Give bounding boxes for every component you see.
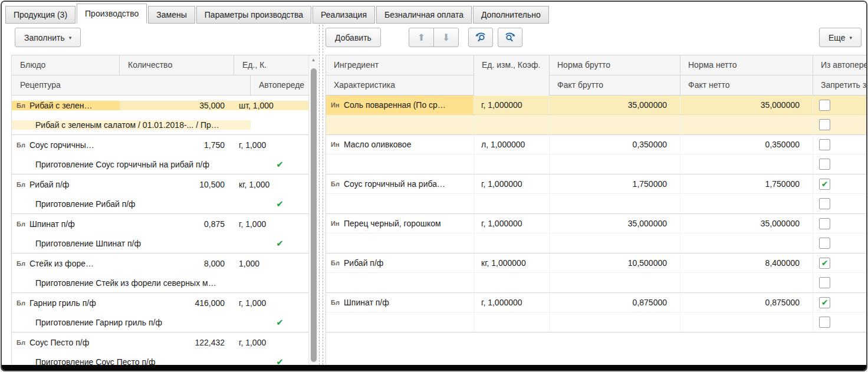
row-type-badge: Бл (12, 260, 29, 267)
scroll-up-icon[interactable]: ▲ (309, 55, 318, 65)
panel-splitter[interactable] (319, 25, 320, 365)
table-subrow[interactable] (326, 194, 866, 213)
forbid-replace-checkbox[interactable] (819, 238, 830, 249)
table-row[interactable]: ИнМасло оливковое л, 1,000000 0,350000 0… (326, 135, 866, 154)
column-header-recipe[interactable]: Рецептура (12, 75, 251, 96)
search-previous-button[interactable] (468, 28, 493, 47)
column-header-gross-norm[interactable]: Норма брутто (550, 55, 680, 75)
dish-recipe: Приготовление Стейк из форели северных м… (12, 278, 251, 288)
gross-norm-value: 35,000000 (550, 96, 680, 114)
dish-quantity: 416,000 (120, 298, 234, 308)
ingredient-characteristic (326, 115, 474, 134)
vertical-scrollbar[interactable]: ▲ (308, 55, 318, 367)
tab-cashless-payment[interactable]: Безналичная оплата (376, 6, 472, 24)
ingredient-unit: г, 1,000000 (474, 96, 550, 114)
forbid-replace-checkbox[interactable] (819, 119, 830, 130)
auto-transfer-check-icon: ✔ (251, 159, 309, 170)
ingredient-row-group: БлСоус горчичный на риба… г, 1,000000 1,… (326, 175, 866, 214)
add-button[interactable]: Добавить (326, 28, 381, 47)
auto-transfer-check-icon: ✔ (251, 238, 309, 249)
column-header-forbid-replace[interactable]: Запретить зам (813, 75, 866, 96)
move-up-button[interactable]: ⬆ (409, 28, 434, 47)
tab-products[interactable]: Продукция (3) (5, 6, 75, 24)
ingredient-name: Соус горчичный на риба… (344, 179, 445, 189)
table-row[interactable]: БлГарнир гриль п/ф 416,000 г, 1,000 (12, 293, 309, 312)
search-forward-icon (504, 31, 517, 44)
forbid-replace-checkbox[interactable] (819, 277, 830, 288)
dish-recipe: Приготовление Гарнир гриль п/ф (12, 318, 251, 327)
column-header-net-fact[interactable]: Факт нетто (680, 75, 813, 96)
tab-replacements[interactable]: Замены (148, 6, 195, 24)
from-auto-transfer-checkbox[interactable]: ✔ (819, 179, 830, 190)
table-row[interactable]: ИнПерец черный, горошком г, 1,000000 35,… (326, 214, 866, 233)
table-row[interactable]: БлШпинат п/ф 0,875 г, 1,000 (12, 214, 309, 233)
column-header-quantity[interactable]: Количество (120, 55, 234, 75)
ingredient-row-group: ИнПерец черный, горошком г, 1,000000 35,… (326, 214, 866, 254)
table-row[interactable]: БлСоус горчичный на риба… г, 1,000000 1,… (326, 175, 866, 194)
gross-norm-value: 35,000000 (550, 214, 680, 233)
table-row[interactable]: БлРибай п/ф 10,500 кг, 1,000 (12, 175, 309, 194)
table-row[interactable]: БлШпинат п/ф г, 1,000000 0,875000 0,8750… (326, 293, 866, 312)
chevron-down-icon: ▾ (69, 35, 72, 41)
more-button-label: Еще (828, 33, 846, 42)
column-header-from-auto-transfer[interactable]: Из автоперед (813, 55, 866, 75)
table-row[interactable]: БлРибай с зелен… 35,000 шт, 1,000 (12, 96, 309, 115)
tab-production[interactable]: Производство (77, 4, 147, 24)
table-subrow[interactable] (326, 233, 866, 253)
table-subrow[interactable] (326, 312, 866, 332)
forbid-replace-checkbox[interactable] (819, 317, 830, 328)
tab-additional[interactable]: Дополнительно (473, 6, 549, 24)
ingredient-characteristic (326, 154, 474, 174)
table-row[interactable]: БлРибай п/ф кг, 1,000000 10,500000 8,400… (326, 254, 866, 273)
ingredients-toolbar: Добавить ⬆ ⬇ (326, 28, 862, 47)
table-row[interactable]: БлСоус горчичны… 1,750 г, 1,000 (12, 135, 309, 154)
table-subrow[interactable]: Приготовление Соус горчичный на рибай п/… (12, 154, 309, 174)
from-auto-transfer-checkbox[interactable]: ✔ (819, 258, 830, 269)
table-row[interactable]: БлСоус Песто п/ф 122,432 г, 1,000 (12, 333, 309, 352)
column-header-auto-transfer[interactable]: Автопереде (251, 75, 309, 96)
search-next-button[interactable] (498, 28, 522, 47)
dish-row-group: БлШпинат п/ф 0,875 г, 1,000 Приготовлени… (12, 214, 309, 254)
dish-unit: г, 1,000 (234, 140, 309, 150)
scrollbar-thumb[interactable] (311, 68, 317, 362)
panel-splitter-handle[interactable] (323, 25, 323, 365)
column-header-ingredient[interactable]: Ингредиент (326, 55, 474, 75)
gross-norm-value: 0,875000 (550, 293, 680, 312)
column-header-gross-fact[interactable]: Факт брутто (550, 75, 680, 96)
more-button[interactable]: Еще ▾ (819, 28, 862, 47)
forbid-replace-checkbox[interactable] (819, 159, 830, 170)
fill-button[interactable]: Заполнить ▾ (15, 28, 81, 47)
column-header-dish[interactable]: Блюдо (12, 55, 120, 75)
table-subrow[interactable]: Рибай с зеленым салатом / 01.01.2018-...… (12, 115, 309, 134)
tab-realization[interactable]: Реализация (313, 6, 375, 24)
column-header-characteristic[interactable]: Характеристика (326, 75, 474, 96)
table-subrow[interactable] (326, 154, 866, 174)
ingredient-characteristic (326, 233, 474, 253)
ingredients-table-header: Ингредиент Ед. изм., Коэф. Норма брутто … (326, 55, 866, 96)
column-header-unit[interactable]: Ед., К. (234, 55, 309, 75)
dishes-toolbar: Заполнить ▾ (15, 28, 81, 47)
net-norm-value: 8,400000 (680, 254, 813, 272)
from-auto-transfer-checkbox[interactable] (819, 139, 830, 150)
from-auto-transfer-checkbox[interactable]: ✔ (819, 297, 830, 308)
dish-recipe: Рибай с зеленым салатом / 01.01.2018-...… (12, 120, 251, 130)
table-subrow[interactable]: Приготовление Шпинат п/ф ✔ (12, 233, 309, 253)
gross-norm-value: 1,750000 (550, 175, 680, 193)
column-header-net-norm[interactable]: Норма нетто (680, 55, 813, 75)
move-down-button[interactable]: ⬇ (433, 28, 459, 47)
forbid-replace-checkbox[interactable] (819, 198, 830, 209)
table-subrow[interactable]: Приготовление Гарнир гриль п/ф ✔ (12, 312, 309, 332)
dish-quantity: 35,000 (120, 101, 234, 110)
table-row[interactable]: БлСтейк из форе… 8,000 1,000 (12, 254, 309, 273)
production-tab-content: Заполнить ▾ Добавить ⬆ ⬇ (2, 24, 866, 365)
from-auto-transfer-checkbox[interactable] (819, 100, 830, 111)
dish-row-group: БлРибай п/ф 10,500 кг, 1,000 Приготовлен… (12, 175, 309, 214)
from-auto-transfer-checkbox[interactable] (819, 218, 830, 229)
table-row[interactable]: ИнСоль поваренная (По ср… г, 1,000000 35… (326, 96, 866, 115)
table-subrow[interactable] (326, 273, 866, 292)
column-header-unit-coef[interactable]: Ед. изм., Коэф. (474, 55, 550, 96)
table-subrow[interactable]: Приготовление Стейк из форели северных м… (12, 273, 309, 292)
table-subrow[interactable]: Приготовление Рибай п/ф ✔ (12, 194, 309, 213)
table-subrow[interactable] (326, 115, 866, 134)
tab-production-parameters[interactable]: Параметры производства (196, 6, 311, 24)
